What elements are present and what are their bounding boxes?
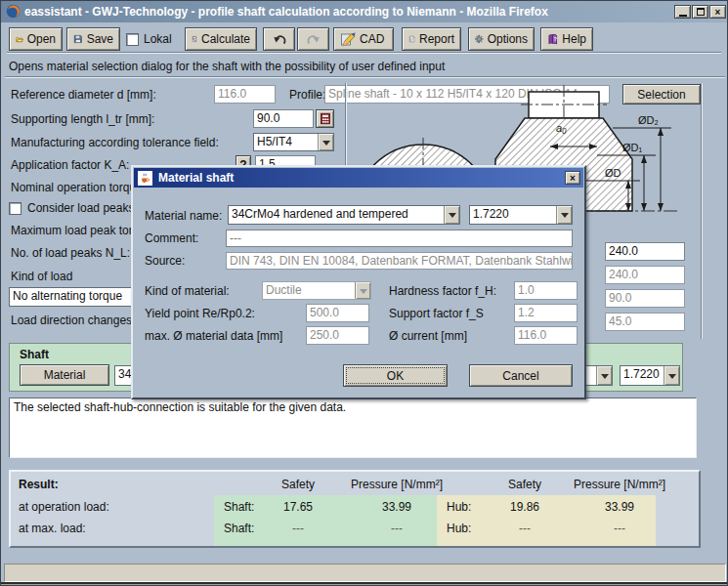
profile-label: Profile: xyxy=(289,88,325,102)
tolerance-combo[interactable]: H5/IT4 xyxy=(253,133,334,151)
shaft-safety-value: --- xyxy=(263,522,333,535)
no-load-peaks-label: No. of load peaks N_L: xyxy=(11,246,130,260)
material-name-value: 34CrMo4 hardened and tempered xyxy=(232,207,408,221)
shaft-material-number-combo[interactable]: 1.7220 xyxy=(620,365,680,386)
col-header-pressure-hub: Pressure [N/mm²] xyxy=(554,478,685,491)
redo-button[interactable] xyxy=(297,27,329,51)
chevron-down-icon[interactable] xyxy=(596,366,612,385)
result-panel: Result: Safety Pressure [N/mm²] Safety P… xyxy=(9,470,701,548)
shaft-material-number-value: 1.7220 xyxy=(623,367,660,381)
shaft-label: Shaft: xyxy=(224,500,254,514)
hub-safety-value: --- xyxy=(490,522,560,535)
supporting-length-field[interactable]: 90.0 xyxy=(253,109,314,128)
shaft-pressure-value: 33.99 xyxy=(331,500,462,514)
help-button[interactable]: ? Help xyxy=(540,27,593,51)
material-number-combo[interactable]: 1.7220 xyxy=(469,205,573,225)
row-label: at operation load: xyxy=(19,500,109,514)
material-number-value: 1.7220 xyxy=(473,207,509,221)
cad-label: CAD xyxy=(360,32,384,46)
maximize-icon xyxy=(697,8,705,16)
chevron-down-icon[interactable] xyxy=(664,366,679,385)
calculate-button[interactable]: Calculate xyxy=(185,27,257,51)
save-label: Save xyxy=(87,32,113,46)
shaft-pressure-value: --- xyxy=(331,522,462,535)
calc-helper-button[interactable] xyxy=(316,109,334,128)
consider-load-peaks-checkbox[interactable] xyxy=(9,202,21,215)
dialog-titlebar[interactable]: Material shaft × xyxy=(134,168,583,188)
shaft-label: Shaft: xyxy=(224,522,254,535)
options-button[interactable]: Options xyxy=(468,27,535,51)
ok-button[interactable]: OK xyxy=(343,364,448,387)
report-label: Report xyxy=(419,32,454,46)
maximize-button[interactable] xyxy=(692,5,708,19)
row-label: at max. load: xyxy=(19,522,86,535)
window-title: eassistant - GWJ-Technology - profile sh… xyxy=(24,5,548,19)
hub-label: Hub: xyxy=(447,500,471,514)
chevron-down-icon[interactable] xyxy=(556,206,572,224)
cad-button[interactable]: CAD xyxy=(333,27,394,51)
comment-field[interactable]: --- xyxy=(226,230,573,247)
current-diameter-field: 116.0 xyxy=(514,326,578,345)
dialog-title: Material shaft xyxy=(158,171,234,185)
support-factor-field: 1.2 xyxy=(514,304,578,322)
report-button[interactable]: Report xyxy=(402,27,461,51)
message-text: The selected shaft-hub-connection is sui… xyxy=(14,400,346,414)
dim-a0-label: a₀ xyxy=(556,122,567,134)
lokal-checkbox-group[interactable]: Lokal xyxy=(126,27,172,51)
col-header-pressure-shaft: Pressure [N/mm²] xyxy=(331,478,462,491)
lokal-checkbox[interactable] xyxy=(126,33,139,46)
col-header-safety-shaft: Safety xyxy=(263,478,333,491)
max-diameter-label: max. Ø material data [mm] xyxy=(145,329,282,343)
reference-diameter-label: Reference diameter d [mm]: xyxy=(11,88,156,102)
close-button[interactable]: × xyxy=(709,5,726,19)
titlebar: eassistant - GWJ-Technology - profile sh… xyxy=(1,1,727,22)
dialog-close-button[interactable]: × xyxy=(565,171,580,185)
svg-text:?: ? xyxy=(554,37,557,42)
shaft-safety-value: 17.65 xyxy=(263,500,333,514)
firefox-icon xyxy=(6,4,21,19)
cancel-button[interactable]: Cancel xyxy=(469,364,573,387)
save-button[interactable]: Save xyxy=(66,27,120,51)
chevron-down-icon xyxy=(355,282,370,299)
tolerance-label: Manufacturing according tolerance field: xyxy=(11,136,219,149)
reference-diameter-field: 116.0 xyxy=(214,85,276,104)
help-book-icon: ? xyxy=(547,31,558,47)
tolerance-value: H5/IT4 xyxy=(257,135,292,148)
kind-of-material-label: Kind of material: xyxy=(145,284,230,298)
chevron-down-icon[interactable] xyxy=(318,134,333,150)
redo-icon xyxy=(306,31,321,47)
open-button[interactable]: Open xyxy=(9,27,63,51)
hardness-factor-field: 1.0 xyxy=(514,281,578,300)
chevron-down-icon[interactable] xyxy=(444,206,459,224)
support-factor-label: Support factor f_S xyxy=(389,307,484,320)
dim-d1-label: ØD₁ xyxy=(622,142,643,153)
col-header-safety-hub: Safety xyxy=(490,478,560,491)
consider-load-peaks-group[interactable]: Consider load peaks xyxy=(9,201,134,215)
report-document-icon xyxy=(408,31,415,47)
dim-d-label: ØD xyxy=(605,167,621,179)
kind-of-load-label: Kind of load xyxy=(11,270,72,283)
calculate-label: Calculate xyxy=(201,32,250,46)
cad-pencil-icon xyxy=(340,31,356,47)
minimize-button[interactable] xyxy=(674,5,691,19)
current-diameter-label: Ø current [mm] xyxy=(389,329,467,343)
gear-icon xyxy=(475,31,484,47)
load-direction-label: Load direction changes: xyxy=(11,314,135,327)
open-folder-icon xyxy=(16,31,23,48)
small-calculator-icon xyxy=(320,112,331,125)
open-label: Open xyxy=(27,32,56,46)
material-name-combo[interactable]: 34CrMo4 hardened and tempered xyxy=(228,205,460,225)
material-button[interactable]: Material xyxy=(20,364,109,386)
message-area[interactable]: The selected shaft-hub-connection is sui… xyxy=(9,398,697,458)
application-factor-label: Application factor K_A: xyxy=(11,158,129,172)
nominal-torque-label: Nominal operation torque xyxy=(11,181,143,194)
yield-point-field: 500.0 xyxy=(306,304,369,322)
hub-pressure-value: 33.99 xyxy=(554,500,685,514)
result-title: Result: xyxy=(19,478,59,491)
java-icon xyxy=(138,171,152,186)
consider-load-peaks-label: Consider load peaks xyxy=(27,201,134,215)
hub-pressure-value: --- xyxy=(554,522,685,535)
hardness-factor-label: Hardness factor f_H: xyxy=(389,284,496,298)
undo-button[interactable] xyxy=(263,27,295,51)
yield-point-label: Yield point Re/Rp0.2: xyxy=(145,307,255,320)
